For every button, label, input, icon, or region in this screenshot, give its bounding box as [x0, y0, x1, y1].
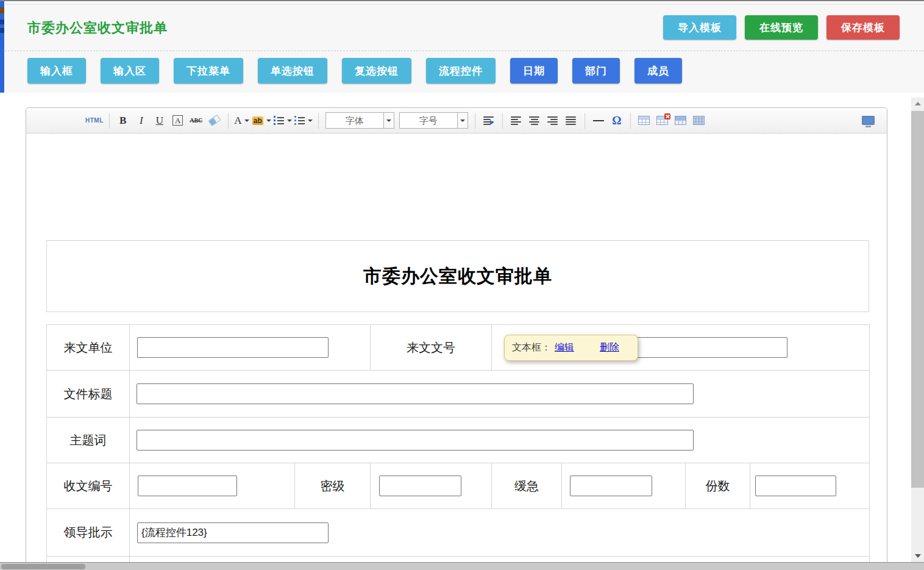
- header-top-band: 市委办公室收文审批单 导入模板 在线预览 保存模板: [5, 4, 924, 51]
- insert-dropdown-button[interactable]: 下拉菜单: [174, 58, 243, 84]
- label-document-number: 来文文号: [371, 325, 492, 371]
- insert-checkbox-button[interactable]: 复选按钮: [342, 58, 411, 84]
- bullet-list-icon[interactable]: [294, 112, 313, 130]
- copies-input[interactable]: [755, 476, 836, 496]
- font-size-select[interactable]: 字号: [399, 112, 468, 129]
- html-source-icon[interactable]: HTML: [85, 112, 104, 130]
- label-urgency: 缓急: [492, 463, 562, 509]
- cell-receipt-number: [130, 463, 295, 509]
- cell-urgency: [562, 463, 686, 509]
- highlight-color-icon[interactable]: ab: [252, 112, 271, 130]
- eraser-icon[interactable]: [207, 112, 222, 130]
- underline-icon[interactable]: U: [152, 112, 168, 130]
- document-title-input[interactable]: [137, 383, 694, 404]
- document-title-cell: 市委办公室收文审批单: [46, 240, 869, 312]
- horizontal-rule-icon[interactable]: [591, 112, 606, 130]
- insert-department-button[interactable]: 部门: [572, 58, 620, 84]
- chevron-down-icon[interactable]: [457, 113, 467, 128]
- toolbar-separator: [228, 113, 229, 129]
- insert-input-box-button[interactable]: 输入框: [27, 58, 86, 84]
- toolbar-separator: [585, 113, 585, 129]
- delete-link[interactable]: 删除: [600, 341, 619, 354]
- editor-document[interactable]: 市委办公室收文审批单 来文单位 来文文号 文件标题 主题词 收文: [26, 134, 887, 570]
- toolbar-separator: [318, 113, 319, 129]
- bold-icon[interactable]: B: [115, 112, 131, 130]
- label-document-title: 文件标题: [47, 371, 130, 418]
- approval-form-table: 来文单位 来文文号 文件标题 主题词 收文编号 密级 缓急 份数: [46, 324, 870, 570]
- receipt-number-input[interactable]: [138, 476, 237, 496]
- preview-screen-icon[interactable]: [859, 112, 875, 130]
- label-secrecy-level: 密级: [295, 463, 371, 509]
- cell-leader-instructions: [130, 509, 870, 557]
- numbered-list-icon[interactable]: [274, 112, 292, 130]
- insert-table-icon[interactable]: [636, 112, 652, 130]
- textbox-context-tooltip: 文本框： 编辑 删除: [504, 335, 638, 361]
- align-right-icon[interactable]: [545, 112, 561, 130]
- label-incoming-unit: 来文单位: [47, 325, 130, 371]
- table-row: 来文单位 来文文号: [47, 325, 870, 371]
- cell-incoming-unit: [130, 325, 371, 371]
- toolbar-separator: [109, 113, 110, 129]
- edit-link[interactable]: 编辑: [555, 341, 574, 354]
- font-family-select[interactable]: 字体: [325, 112, 394, 129]
- editor-toolbar: HTML B I U A ABC A ab 字体 字号: [26, 108, 887, 134]
- urgency-input[interactable]: [570, 476, 652, 496]
- table-row: 收文编号 密级 缓急 份数: [47, 463, 870, 509]
- label-receipt-number: 收文编号: [47, 463, 130, 509]
- scroll-down-arrow[interactable]: [911, 550, 924, 562]
- special-character-icon[interactable]: Ω: [609, 112, 625, 130]
- insert-member-button[interactable]: 成员: [634, 58, 682, 84]
- horizontal-scrollbar[interactable]: [0, 562, 924, 570]
- background-window-icon: [0, 28, 4, 33]
- window-top-edge: [0, 0, 924, 1]
- header-panel: 市委办公室收文审批单 导入模板 在线预览 保存模板 输入框 输入区 下拉菜单 单…: [5, 4, 924, 93]
- control-toolbar: 输入框 输入区 下拉菜单 单选按钮 复选按钮 流程控件 日期 部门 成员: [27, 58, 682, 84]
- label-copies: 份数: [686, 463, 750, 509]
- toolbar-separator: [630, 113, 631, 129]
- tooltip-label: 文本框：: [512, 341, 551, 354]
- toolbar-separator: [502, 113, 503, 129]
- background-window-icon: [0, 7, 4, 13]
- italic-icon[interactable]: I: [133, 112, 149, 130]
- incoming-unit-input[interactable]: [137, 337, 329, 358]
- secrecy-level-input[interactable]: [379, 476, 461, 496]
- background-window-icon: [0, 20, 4, 24]
- vertical-scrollbar-thumb[interactable]: [911, 111, 924, 488]
- label-leader-instructions: 领导批示: [47, 509, 130, 557]
- cell-copies: [750, 463, 870, 509]
- table-row: 领导批示: [47, 509, 870, 557]
- cell-document-title: [130, 371, 870, 418]
- delete-table-icon[interactable]: [655, 112, 670, 130]
- indent-icon[interactable]: [481, 112, 497, 130]
- toolbar-separator: [475, 113, 475, 129]
- cell-secrecy-level: [371, 463, 492, 509]
- vertical-scrollbar[interactable]: [911, 98, 924, 562]
- subject-words-input[interactable]: [137, 430, 694, 451]
- leader-instructions-flow-control[interactable]: [137, 522, 329, 543]
- strikethrough-icon[interactable]: ABC: [188, 112, 204, 130]
- rich-text-editor: HTML B I U A ABC A ab 字体 字号: [26, 107, 887, 570]
- insert-date-button[interactable]: 日期: [510, 58, 558, 84]
- import-template-button[interactable]: 导入模板: [663, 15, 736, 40]
- document-title: 市委办公室收文审批单: [363, 264, 552, 289]
- page-title: 市委办公室收文审批单: [27, 19, 168, 37]
- table-row: 主题词: [47, 418, 870, 463]
- insert-radio-button[interactable]: 单选按钮: [258, 58, 327, 84]
- table-row: 文件标题: [47, 371, 870, 418]
- chevron-down-icon[interactable]: [383, 113, 394, 128]
- align-justify-icon[interactable]: [563, 112, 579, 130]
- cell-subject-words: [130, 418, 870, 463]
- insert-flow-control-button[interactable]: 流程控件: [426, 58, 496, 84]
- align-left-icon[interactable]: [508, 112, 524, 130]
- online-preview-button[interactable]: 在线预览: [745, 15, 818, 40]
- scroll-up-arrow[interactable]: [911, 98, 924, 110]
- boxed-font-icon[interactable]: A: [170, 112, 186, 130]
- cell-properties-icon[interactable]: [691, 112, 707, 130]
- table-properties-icon[interactable]: [673, 112, 689, 130]
- font-color-icon[interactable]: A: [234, 112, 250, 130]
- align-center-icon[interactable]: [527, 112, 542, 130]
- horizontal-scrollbar-thumb[interactable]: [1, 564, 85, 569]
- save-template-button[interactable]: 保存模板: [826, 15, 900, 40]
- header-buttons: 导入模板 在线预览 保存模板: [663, 15, 900, 40]
- insert-textarea-button[interactable]: 输入区: [101, 58, 159, 84]
